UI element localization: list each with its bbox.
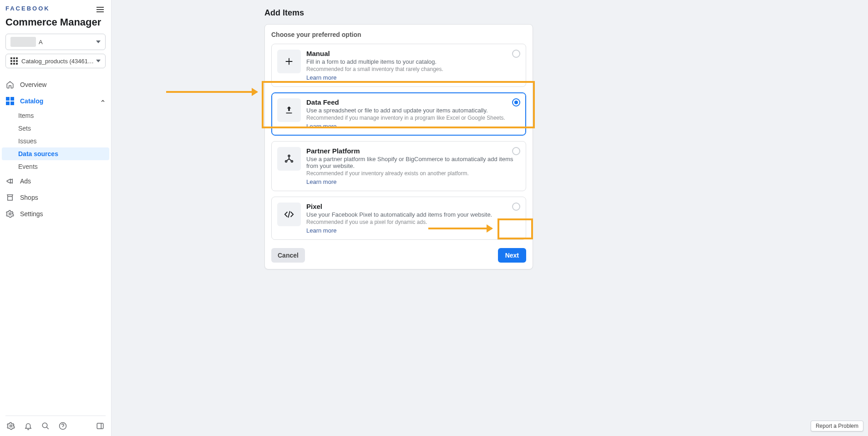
card-heading: Choose your preferred option: [271, 31, 526, 38]
add-items-card: Choose your preferred option Manual Fill…: [264, 24, 533, 269]
collapse-sidebar-icon[interactable]: [96, 421, 105, 431]
catalog-icon: [5, 96, 15, 106]
learn-more-link[interactable]: Learn more: [306, 74, 336, 81]
gear-icon: [5, 209, 15, 218]
page-title: Add Items: [264, 8, 304, 18]
option-data-feed[interactable]: Data Feed Use a spreadsheet or file to a…: [271, 92, 526, 136]
option-title: Manual: [306, 50, 520, 57]
plus-icon: [277, 50, 301, 73]
option-desc: Fill in a form to add multiple items to …: [306, 58, 520, 65]
menu-icon[interactable]: [96, 5, 104, 14]
option-reco: Recommended for a small inventory that r…: [306, 66, 520, 72]
radio-partner[interactable]: [512, 147, 520, 155]
option-desc: Use a spreadsheet or file to add and upd…: [306, 107, 520, 114]
app-title: Commerce Manager: [5, 16, 106, 28]
learn-more-link[interactable]: Learn more: [306, 178, 336, 185]
sidebar-bottom-bar: [0, 416, 111, 436]
sidebar-nav: Overview Catalog Items Sets Issues Data …: [0, 76, 111, 416]
radio-data-feed[interactable]: [512, 98, 520, 106]
learn-more-link[interactable]: Learn more: [306, 227, 336, 234]
svg-point-1: [10, 425, 12, 427]
upload-icon: [277, 98, 301, 122]
home-icon: [5, 80, 15, 89]
code-icon: [277, 203, 301, 226]
option-manual[interactable]: Manual Fill in a form to add multiple it…: [271, 44, 526, 87]
option-title: Pixel: [306, 203, 520, 210]
chevron-down-icon: [96, 41, 101, 43]
option-title: Partner Platform: [306, 147, 520, 155]
sidebar-item-shops[interactable]: Shops: [0, 189, 111, 206]
cancel-button[interactable]: Cancel: [271, 248, 305, 263]
option-reco: Recommended if your inventory already ex…: [306, 170, 520, 177]
next-button[interactable]: Next: [498, 248, 526, 263]
sidebar-item-settings[interactable]: Settings: [0, 206, 111, 222]
search-icon[interactable]: [41, 421, 50, 431]
help-icon[interactable]: [58, 421, 67, 431]
main-content: Add Items Choose your preferred option M…: [112, 0, 868, 436]
account-thumbnail: [10, 37, 36, 47]
sidebar-item-ads[interactable]: Ads: [0, 173, 111, 189]
option-title: Data Feed: [306, 98, 520, 106]
sidebar-label-settings: Settings: [20, 210, 43, 218]
account-selector[interactable]: A: [5, 34, 106, 50]
catalog-grid-icon: [10, 57, 18, 65]
svg-point-5: [288, 155, 290, 157]
card-footer: Cancel Next: [271, 246, 526, 263]
svg-point-7: [291, 161, 293, 162]
chevron-down-icon: [96, 60, 101, 62]
sidebar: FACEBOOK Commerce Manager A Catalog_prod…: [0, 0, 112, 436]
catalog-label: Catalog_products (43461994…: [21, 58, 96, 65]
sidebar-sub-sets[interactable]: Sets: [0, 122, 111, 135]
svg-rect-4: [97, 423, 103, 429]
radio-pixel[interactable]: [512, 203, 520, 211]
sidebar-sub-issues[interactable]: Issues: [0, 135, 111, 147]
facebook-brand: FACEBOOK: [5, 5, 106, 12]
sidebar-label-catalog: Catalog: [20, 97, 43, 105]
chevron-up-icon: [100, 98, 106, 104]
learn-more-link[interactable]: Learn more: [306, 123, 336, 130]
sidebar-sub-items[interactable]: Items: [0, 109, 111, 122]
option-pixel[interactable]: Pixel Use your Facebook Pixel to automat…: [271, 197, 526, 240]
svg-point-0: [9, 213, 11, 215]
option-desc: Use a partner platform like Shopify or B…: [306, 156, 520, 169]
sidebar-label-overview: Overview: [20, 81, 46, 88]
shop-icon: [5, 193, 15, 202]
sidebar-label-shops: Shops: [20, 194, 38, 201]
report-problem-button[interactable]: Report a Problem: [811, 421, 863, 431]
option-desc: Use your Facebook Pixel to automatically…: [306, 211, 520, 218]
partner-icon: [277, 147, 301, 171]
sidebar-item-overview[interactable]: Overview: [0, 76, 111, 93]
sidebar-label-ads: Ads: [20, 177, 31, 185]
annotation-arrow-data-feed: [166, 91, 257, 93]
svg-point-6: [285, 161, 287, 162]
gear-icon[interactable]: [6, 421, 15, 431]
megaphone-icon: [5, 177, 15, 186]
account-label: A: [39, 39, 96, 46]
catalog-selector[interactable]: Catalog_products (43461994…: [5, 54, 106, 68]
sidebar-item-catalog[interactable]: Catalog: [0, 93, 111, 109]
bell-icon[interactable]: [24, 421, 33, 431]
radio-manual[interactable]: [512, 50, 520, 58]
svg-point-2: [42, 423, 47, 428]
sidebar-sub-events[interactable]: Events: [0, 160, 111, 173]
option-reco: Recommended if you manage inventory in a…: [306, 115, 520, 121]
annotation-arrow-next: [428, 228, 492, 229]
option-partner-platform[interactable]: Partner Platform Use a partner platform …: [271, 141, 526, 191]
sidebar-sub-data-sources[interactable]: Data sources: [2, 147, 109, 160]
